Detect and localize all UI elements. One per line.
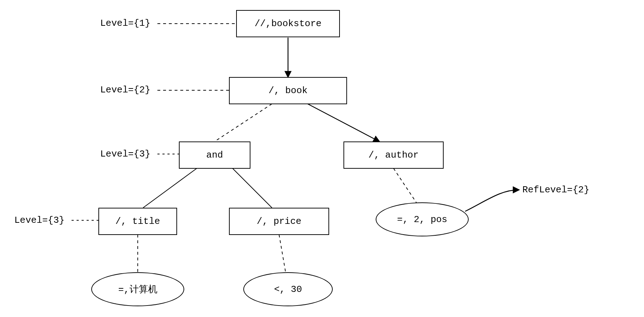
node-title-condition: =,计算机 xyxy=(91,272,184,306)
level-2-label: Level={2} xyxy=(100,85,150,95)
svg-line-8 xyxy=(233,168,272,208)
level-3a-label: Level={3} xyxy=(100,149,150,159)
node-price: /, price xyxy=(229,208,329,235)
svg-line-5 xyxy=(215,104,272,141)
reflevel-label: RefLevel={2} xyxy=(522,184,589,195)
svg-line-6 xyxy=(308,104,379,141)
node-bookstore: //,bookstore xyxy=(236,10,340,37)
node-and: and xyxy=(179,141,250,169)
level-1-label: Level={1} xyxy=(100,18,150,29)
node-book: /, book xyxy=(229,77,347,104)
level-3b-label: Level={3} xyxy=(14,215,64,226)
node-author: /, author xyxy=(343,141,444,169)
node-title: /, title xyxy=(98,208,177,235)
diagram-stage: Level={1} Level={2} Level={3} Level={3} … xyxy=(0,0,644,317)
node-price-condition: <, 30 xyxy=(243,272,333,306)
svg-line-9 xyxy=(394,168,419,206)
node-pos-condition: =, 2, pos xyxy=(376,202,469,236)
connector-lines xyxy=(0,0,644,317)
svg-line-11 xyxy=(279,235,286,276)
svg-line-7 xyxy=(143,168,197,208)
